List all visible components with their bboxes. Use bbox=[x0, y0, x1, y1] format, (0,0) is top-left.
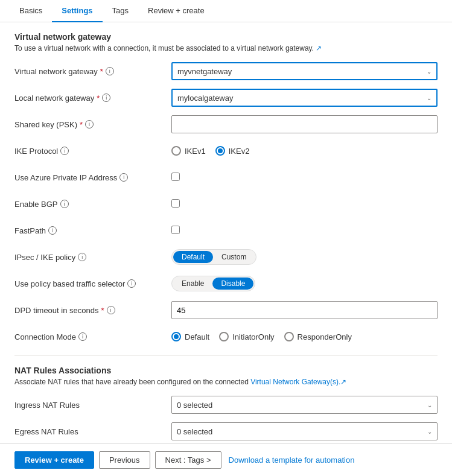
ike-label: IKE Protocol i bbox=[14, 147, 171, 156]
lng-dropdown[interactable]: mylocalgateway ⌄ bbox=[171, 89, 438, 107]
lng-label: Local network gateway * i bbox=[14, 94, 171, 103]
ike-ikev2-radio[interactable] bbox=[215, 146, 225, 156]
footer: Review + create Previous Next : Tags > D… bbox=[0, 443, 452, 476]
next-tags-button[interactable]: Next : Tags > bbox=[155, 451, 221, 469]
connection-mode-default-label: Default bbox=[185, 332, 209, 341]
ingress-nat-dropdown-arrow-icon: ⌄ bbox=[427, 402, 432, 408]
azure-private-ip-checkbox[interactable] bbox=[171, 173, 180, 181]
ike-field-row: IKE Protocol i IKEv1 IKEv2 bbox=[14, 142, 438, 160]
vng-info-icon[interactable]: i bbox=[106, 67, 114, 75]
connection-mode-initiator-option[interactable]: InitiatorOnly bbox=[219, 332, 274, 341]
traffic-selector-disable-btn[interactable]: Disable bbox=[212, 278, 253, 290]
ipsec-ike-policy-label: IPsec / IKE policy i bbox=[14, 253, 171, 262]
ingress-nat-dropdown[interactable]: 0 selected ⌄ bbox=[171, 396, 438, 414]
review-create-button[interactable]: Review + create bbox=[14, 451, 94, 469]
dpd-timeout-required: * bbox=[101, 306, 104, 315]
nat-section-desc: Associate NAT rules that have already be… bbox=[14, 378, 438, 386]
azure-private-ip-info-icon[interactable]: i bbox=[119, 173, 128, 182]
azure-private-ip-row: Use Azure Private IP Address i bbox=[14, 168, 438, 186]
enable-bgp-row: Enable BGP i bbox=[14, 195, 438, 213]
enable-bgp-info-icon[interactable]: i bbox=[60, 200, 69, 208]
tab-review-create[interactable]: Review + create bbox=[138, 0, 214, 22]
dpd-timeout-row: DPD timeout in seconds * i bbox=[14, 301, 438, 319]
lng-dropdown-arrow-icon: ⌄ bbox=[427, 95, 431, 101]
vng-field-row: Virtual network gateway * i myvnetgatewa… bbox=[14, 62, 438, 80]
connection-mode-options: Default InitiatorOnly ResponderOnly bbox=[171, 332, 438, 341]
enable-bgp-label: Enable BGP i bbox=[14, 200, 171, 209]
vng-label: Virtual network gateway * i bbox=[14, 67, 171, 76]
ike-ikev2-option[interactable]: IKEv2 bbox=[215, 146, 250, 156]
ike-info-icon[interactable]: i bbox=[60, 147, 69, 155]
psk-info-icon[interactable]: i bbox=[85, 120, 94, 129]
ingress-nat-label: Ingress NAT Rules bbox=[14, 401, 171, 410]
connection-mode-default-option[interactable]: Default bbox=[171, 332, 209, 341]
vng-dropdown-arrow-icon: ⌄ bbox=[427, 68, 431, 75]
ingress-nat-rules-row: Ingress NAT Rules 0 selected ⌄ bbox=[14, 396, 438, 414]
dpd-timeout-input[interactable] bbox=[171, 301, 438, 319]
vng-dropdown[interactable]: myvnetgateway ⌄ bbox=[171, 62, 438, 80]
connection-mode-default-radio[interactable] bbox=[171, 332, 181, 341]
vng-section-desc: To use a virtual network with a connecti… bbox=[14, 44, 438, 52]
connection-mode-responder-radio[interactable] bbox=[284, 332, 294, 341]
egress-nat-label: Egress NAT Rules bbox=[14, 427, 171, 436]
tab-basics[interactable]: Basics bbox=[10, 0, 52, 22]
ike-ikev1-label: IKEv1 bbox=[185, 147, 206, 156]
ipsec-custom-btn[interactable]: Custom bbox=[213, 251, 255, 263]
egress-nat-rules-row: Egress NAT Rules 0 selected ⌄ bbox=[14, 422, 438, 440]
ipsec-ike-policy-row: IPsec / IKE policy i Default Custom bbox=[14, 248, 438, 266]
lng-info-icon[interactable]: i bbox=[102, 94, 110, 102]
tab-tags[interactable]: Tags bbox=[103, 0, 138, 22]
tabs-bar: Basics Settings Tags Review + create bbox=[0, 0, 452, 22]
connection-mode-responder-option[interactable]: ResponderOnly bbox=[284, 332, 352, 341]
lng-required: * bbox=[97, 94, 100, 103]
traffic-selector-enable-btn[interactable]: Enable bbox=[173, 278, 212, 290]
dpd-timeout-label: DPD timeout in seconds * i bbox=[14, 306, 171, 315]
fastpath-label: FastPath i bbox=[14, 226, 171, 235]
main-content: Virtual network gateway To use a virtual… bbox=[0, 22, 452, 459]
download-template-link[interactable]: Download a template for automation bbox=[226, 452, 357, 468]
psk-required: * bbox=[80, 120, 83, 129]
dpd-timeout-field[interactable] bbox=[171, 301, 438, 319]
tab-settings[interactable]: Settings bbox=[52, 0, 102, 22]
dpd-timeout-info-icon[interactable]: i bbox=[107, 306, 115, 314]
vng-required: * bbox=[100, 67, 103, 76]
fastpath-checkbox-container bbox=[171, 226, 438, 236]
ipsec-default-btn[interactable]: Default bbox=[173, 251, 213, 263]
psk-field-row: Shared key (PSK) * i bbox=[14, 115, 438, 133]
connection-mode-initiator-radio[interactable] bbox=[219, 332, 229, 341]
lng-field-row: Local network gateway * i mylocalgateway… bbox=[14, 89, 438, 107]
nat-section-link[interactable]: Virtual Network Gateway(s).↗ bbox=[250, 378, 346, 386]
connection-mode-responder-label: ResponderOnly bbox=[298, 332, 352, 341]
connection-mode-label: Connection Mode i bbox=[14, 332, 171, 341]
azure-private-ip-checkbox-container bbox=[171, 173, 438, 183]
ike-ikev2-label: IKEv2 bbox=[229, 147, 250, 156]
enable-bgp-checkbox-container bbox=[171, 199, 438, 209]
ike-options: IKEv1 IKEv2 bbox=[171, 146, 438, 156]
section-divider bbox=[14, 355, 438, 356]
ike-ikev1-option[interactable]: IKEv1 bbox=[171, 146, 206, 156]
psk-input[interactable] bbox=[171, 115, 438, 133]
nat-rules-section: NAT Rules Associations Associate NAT rul… bbox=[14, 366, 438, 440]
fastpath-checkbox[interactable] bbox=[171, 226, 180, 234]
azure-private-ip-label: Use Azure Private IP Address i bbox=[14, 173, 171, 182]
vng-section-link[interactable]: ↗ bbox=[316, 44, 322, 52]
ipsec-ike-policy-toggle: Default Custom bbox=[171, 249, 438, 265]
egress-nat-dropdown[interactable]: 0 selected ⌄ bbox=[171, 422, 438, 440]
virtual-network-gateway-section: Virtual network gateway To use a virtual… bbox=[14, 32, 438, 52]
psk-label: Shared key (PSK) * i bbox=[14, 120, 171, 129]
enable-bgp-checkbox[interactable] bbox=[171, 199, 180, 208]
egress-nat-dropdown-arrow-icon: ⌄ bbox=[427, 428, 432, 435]
policy-traffic-selector-toggle: Enable Disable bbox=[171, 276, 438, 291]
policy-traffic-selector-label: Use policy based traffic selector i bbox=[14, 279, 171, 288]
policy-traffic-selector-info-icon[interactable]: i bbox=[127, 279, 136, 288]
ike-ikev1-radio[interactable] bbox=[171, 146, 181, 156]
ipsec-ike-policy-info-icon[interactable]: i bbox=[78, 253, 86, 261]
psk-text-field[interactable] bbox=[171, 115, 438, 133]
vng-section-title: Virtual network gateway bbox=[14, 32, 438, 42]
fastpath-row: FastPath i bbox=[14, 221, 438, 240]
previous-button[interactable]: Previous bbox=[99, 451, 150, 469]
connection-mode-info-icon[interactable]: i bbox=[78, 332, 87, 341]
connection-mode-row: Connection Mode i Default InitiatorOnly … bbox=[14, 328, 438, 346]
policy-traffic-selector-row: Use policy based traffic selector i Enab… bbox=[14, 274, 438, 293]
fastpath-info-icon[interactable]: i bbox=[48, 226, 57, 235]
